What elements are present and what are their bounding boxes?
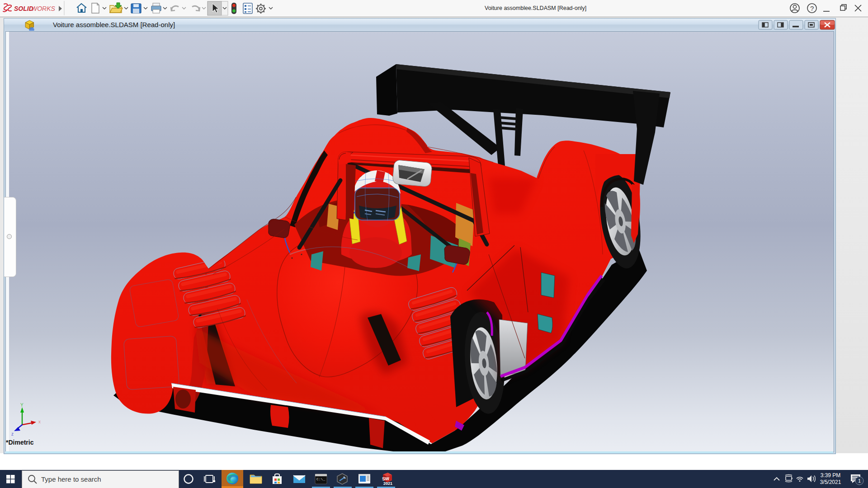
svg-text:SW: SW bbox=[382, 476, 390, 481]
svg-text:Y: Y bbox=[20, 403, 24, 408]
svg-text:SOLID: SOLID bbox=[14, 5, 33, 12]
svg-text:z: z bbox=[11, 432, 14, 436]
svg-text:C:\_: C:\_ bbox=[316, 477, 325, 481]
svg-text:1: 1 bbox=[858, 478, 861, 483]
svg-text:x: x bbox=[38, 419, 41, 424]
svg-text:WORKS: WORKS bbox=[31, 5, 56, 12]
svg-text:?: ? bbox=[810, 5, 814, 12]
svg-text:2021: 2021 bbox=[383, 481, 392, 486]
